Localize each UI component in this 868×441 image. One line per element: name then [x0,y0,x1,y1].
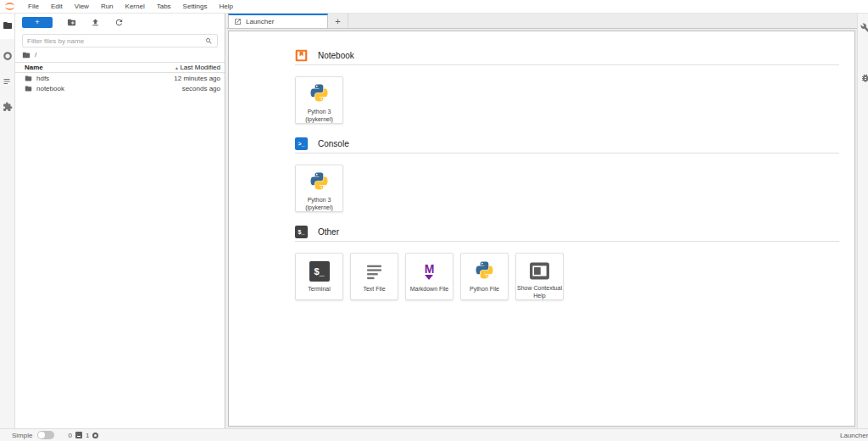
tab-bar: Launcher + [226,14,857,29]
right-sidebar [857,14,868,428]
list-icon [3,75,13,90]
card-markdown-file[interactable]: M Markdown File [405,253,453,300]
jupyter-logo-icon [4,1,15,12]
menu-help[interactable]: Help [214,0,239,13]
folder-icon [25,75,32,82]
terminal-icon: $_ [309,259,330,284]
menu-file[interactable]: File [22,0,45,13]
running-circle-icon [3,49,13,64]
card-python-file[interactable]: Python File [460,253,509,300]
file-name: notebook [36,85,64,92]
menu-edit[interactable]: Edit [45,0,69,13]
menu-kernel[interactable]: Kernel [120,0,151,13]
terminal-status-icon [75,432,82,438]
file-browser-tab[interactable] [0,14,14,39]
section-title: Other [318,227,339,237]
file-name: hdfs [36,75,49,82]
section-divider [295,153,839,154]
kernel-status-icon [92,433,98,438]
left-activity-bar [0,14,15,428]
new-folder-button[interactable] [67,18,76,27]
refresh-button[interactable] [114,18,124,27]
file-row-hdfs[interactable]: hdfs 12 minutes ago [15,73,225,83]
file-modified: 12 minutes ago [174,75,220,82]
filter-files-box [22,34,218,47]
wrench-icon [860,23,868,33]
debugger-tab[interactable] [860,71,868,81]
section-header-notebook: Notebook [295,48,839,62]
main-dock: Launcher + Notebook [226,14,857,428]
new-tab-button[interactable]: + [328,14,348,28]
section-title: Console [318,139,349,148]
puzzle-icon [3,100,13,115]
new-launcher-button[interactable]: + [22,17,53,28]
terminals-count: 0 [68,432,71,439]
section-title: Notebook [318,51,354,60]
card-label: Terminal [308,286,330,293]
folder-icon [22,51,31,59]
python-icon [309,82,330,107]
section-divider [295,64,839,65]
menu-settings[interactable]: Settings [177,0,214,13]
folder-icon [25,85,32,92]
simple-mode-label: Simple [12,432,32,439]
menu-view[interactable]: View [69,0,95,13]
menu-bar: File Edit View Run Kernel Tabs Settings … [0,0,868,14]
contextual-help-icon [529,259,550,283]
section-header-other: $_ Other [295,225,839,238]
card-label: Markdown File [410,286,449,293]
terminal-icon: $_ [295,226,308,238]
file-list-header: Name ▲ Last Modified [15,62,225,73]
launcher-icon [234,18,242,25]
jupyterlab-app: File Edit View Run Kernel Tabs Settings … [0,0,868,441]
breadcrumb-root[interactable]: / [35,51,36,59]
python-icon [474,259,495,284]
markdown-icon: M [425,259,435,284]
simple-mode-toggle[interactable] [37,431,54,439]
menu-tabs[interactable]: Tabs [151,0,177,13]
breadcrumb[interactable]: / [15,47,225,62]
card-label: Show Contextual Help [517,285,562,299]
card-console-python3[interactable]: Python 3 (ipykernel) [295,165,343,212]
file-modified: seconds ago [182,85,220,92]
section-divider [295,241,839,242]
upload-button[interactable] [91,18,100,27]
console-icon: >_ [295,137,308,150]
card-terminal[interactable]: $_ Terminal [295,253,343,300]
table-of-contents-tab[interactable] [0,70,14,95]
folder-icon [3,19,13,34]
bug-icon [860,73,868,83]
kernel-terminal-status[interactable]: 0 1 [68,432,98,439]
file-browser-toolbar: + [15,14,225,31]
status-bar: Simple 0 1 Launcher [0,428,868,441]
running-sessions-tab[interactable] [0,44,14,70]
section-header-console: >_ Console [295,137,839,150]
name-column-header[interactable]: Name ▲ [25,64,179,71]
file-browser-panel: + / Name ▲ Last Modified [15,14,225,428]
card-label: Python 3 (ipykernel) [305,109,333,123]
text-file-icon [364,259,385,284]
card-label: Python 3 (ipykernel) [305,197,333,211]
card-show-contextual-help[interactable]: Show Contextual Help [515,253,564,300]
card-text-file[interactable]: Text File [350,253,398,300]
tab-label: Launcher [246,18,274,25]
search-icon [205,37,213,45]
file-row-notebook[interactable]: notebook seconds ago [15,83,225,93]
menu-run[interactable]: Run [95,0,120,13]
launcher-panel: Notebook Python 3 (ipykernel) [228,31,855,427]
kernels-count: 1 [86,432,89,439]
tab-launcher[interactable]: Launcher [228,14,328,28]
card-notebook-python3[interactable]: Python 3 (ipykernel) [295,76,343,124]
property-inspector-tab[interactable] [860,21,868,31]
filter-files-input[interactable] [27,37,205,45]
extension-manager-tab[interactable] [0,95,14,120]
python-icon [309,170,330,195]
last-modified-column-header[interactable]: Last Modified [179,64,220,71]
notebook-cards: Python 3 (ipykernel) [295,76,839,124]
toggle-knob [38,432,45,438]
console-cards: Python 3 (ipykernel) [295,165,839,212]
card-label: Text File [363,286,385,293]
other-cards: $_ Terminal [295,253,839,300]
card-label: Python File [470,286,499,293]
current-activity-label: Launcher [840,429,868,441]
